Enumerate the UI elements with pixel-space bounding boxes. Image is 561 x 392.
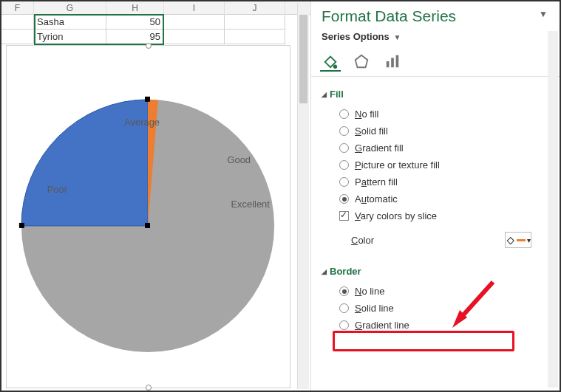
pane-options-dropdown-icon[interactable]: ▼ bbox=[539, 9, 548, 19]
cell-g-row2[interactable]: Tyrion bbox=[34, 30, 106, 44]
pane-scrollbar[interactable] bbox=[548, 31, 558, 388]
worksheet-and-chart-area: F G H I J Sasha 50 Tyrion 95 bbox=[1, 1, 310, 391]
format-data-series-pane: Format Data Series ▼ Series Options ▼ Fi… bbox=[310, 1, 560, 391]
pie-chart[interactable]: Poor Average Good Excellent bbox=[7, 46, 290, 388]
radio-picture-texture-fill[interactable]: Picture or texture fill bbox=[327, 157, 552, 173]
cell-i-row2[interactable] bbox=[164, 30, 225, 44]
series-options-dropdown[interactable]: Series Options ▼ bbox=[311, 28, 560, 49]
col-header-i[interactable]: I bbox=[164, 1, 225, 15]
radio-automatic[interactable]: Automatic bbox=[327, 190, 552, 207]
tab-fill-and-line[interactable] bbox=[320, 51, 341, 72]
cell-j-row1[interactable] bbox=[225, 15, 285, 30]
cell-g-row1[interactable]: Sasha bbox=[34, 15, 106, 30]
chevron-down-icon: ▾ bbox=[527, 236, 531, 244]
border-section: Border No line Solid line Gradient line bbox=[311, 257, 560, 337]
paint-bucket-icon bbox=[506, 235, 515, 245]
radio-gradient-fill[interactable]: Gradient fill bbox=[327, 140, 552, 157]
pie-label-poor: Poor bbox=[47, 184, 68, 195]
border-heading[interactable]: Border bbox=[322, 266, 552, 277]
tab-effects[interactable] bbox=[351, 51, 372, 72]
cell-h-row2[interactable]: 95 bbox=[106, 30, 164, 44]
checkbox-vary-colors[interactable]: Vary colors by slice bbox=[327, 207, 552, 224]
cell-f-row2[interactable] bbox=[1, 30, 34, 44]
color-label: Color bbox=[351, 235, 374, 246]
format-category-tabs bbox=[311, 49, 560, 77]
radio-no-fill[interactable]: No fill bbox=[327, 106, 552, 123]
scrollbar-thumb[interactable] bbox=[299, 15, 307, 103]
radio-solid-fill[interactable]: Solid fill bbox=[327, 123, 552, 140]
slice-handle[interactable] bbox=[19, 223, 24, 228]
cell-h-row1[interactable]: 50 bbox=[106, 15, 164, 30]
slice-handle[interactable] bbox=[145, 223, 150, 228]
radio-no-line[interactable]: No line bbox=[327, 283, 552, 300]
series-options-label: Series Options bbox=[322, 31, 390, 42]
radio-gradient-line[interactable]: Gradient line bbox=[327, 317, 552, 334]
worksheet-scrollbar[interactable] bbox=[297, 3, 309, 389]
chevron-down-icon: ▼ bbox=[393, 33, 401, 41]
fill-heading[interactable]: Fill bbox=[322, 89, 552, 100]
pane-title-text: Format Data Series bbox=[322, 7, 456, 24]
col-header-g[interactable]: G bbox=[34, 1, 106, 15]
pie-label-excellent: Excellent bbox=[231, 199, 270, 210]
fill-section: Fill No fill Solid fill Gradient fill Pi… bbox=[311, 80, 560, 257]
col-header-j[interactable]: J bbox=[225, 1, 285, 15]
pie-label-average: Average bbox=[124, 117, 160, 128]
cell-f-row1[interactable] bbox=[1, 15, 34, 30]
tab-series-options[interactable] bbox=[382, 51, 403, 72]
column-headers[interactable]: F G H I J bbox=[1, 1, 310, 15]
pie-label-good: Good bbox=[227, 154, 251, 165]
cell-j-row2[interactable] bbox=[225, 30, 285, 44]
radio-pattern-fill[interactable]: Pattern fill bbox=[327, 173, 552, 190]
svg-rect-2 bbox=[391, 58, 394, 67]
svg-rect-3 bbox=[396, 55, 399, 68]
cell-i-row1[interactable] bbox=[164, 15, 225, 30]
col-header-h[interactable]: H bbox=[106, 1, 164, 15]
spreadsheet-grid[interactable]: F G H I J Sasha 50 Tyrion 95 bbox=[1, 1, 310, 46]
chart-object[interactable]: Poor Average Good Excellent bbox=[6, 45, 290, 388]
svg-marker-0 bbox=[356, 55, 368, 68]
slice-handle[interactable] bbox=[145, 97, 150, 102]
svg-rect-1 bbox=[387, 61, 390, 67]
radio-solid-line[interactable]: Solid line bbox=[327, 300, 552, 317]
col-header-f[interactable]: F bbox=[1, 1, 34, 15]
color-picker-button[interactable]: ▾ bbox=[505, 232, 531, 248]
pane-title: Format Data Series ▼ bbox=[311, 1, 560, 28]
